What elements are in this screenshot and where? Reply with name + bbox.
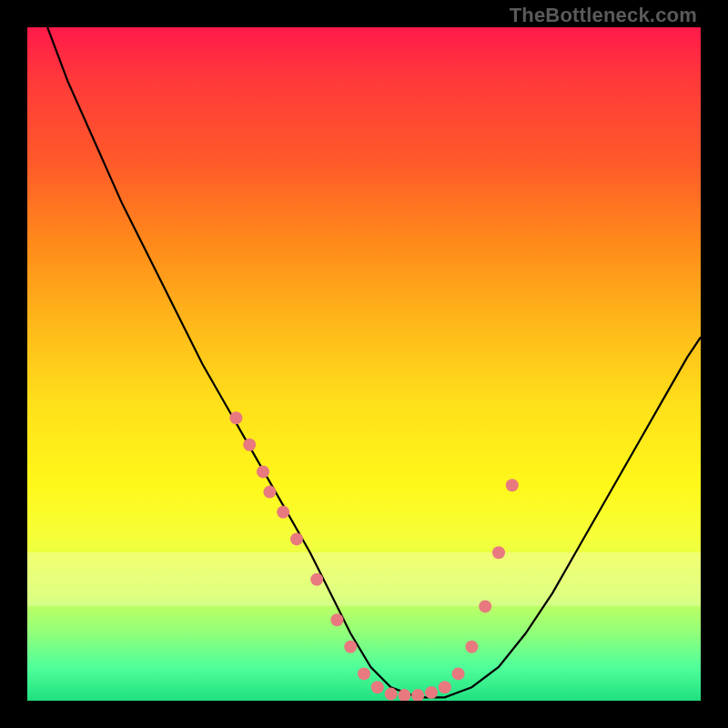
- marker-group: [229, 411, 518, 701]
- marker-point: [344, 641, 357, 653]
- curve-layer: [27, 27, 701, 701]
- bottleneck-curve: [47, 27, 701, 697]
- marker-point: [277, 506, 289, 519]
- marker-point: [506, 479, 519, 491]
- marker-point: [492, 546, 505, 559]
- marker-point: [290, 532, 303, 545]
- marker-point: [371, 681, 384, 693]
- marker-point: [479, 600, 491, 612]
- marker-point: [229, 411, 242, 424]
- marker-point: [310, 573, 323, 586]
- marker-point: [257, 465, 269, 478]
- marker-point: [330, 613, 343, 626]
- marker-point: [452, 667, 465, 680]
- marker-point: [465, 641, 478, 653]
- attribution-text: TheBottleneck.com: [510, 4, 697, 27]
- chart-frame: TheBottleneck.com: [0, 0, 728, 728]
- marker-point: [411, 689, 424, 701]
- marker-point: [425, 686, 438, 699]
- marker-point: [385, 688, 398, 701]
- marker-point: [439, 681, 451, 693]
- marker-point: [263, 486, 276, 499]
- plot-area: [27, 27, 701, 701]
- marker-point: [358, 667, 370, 680]
- marker-point: [243, 439, 256, 451]
